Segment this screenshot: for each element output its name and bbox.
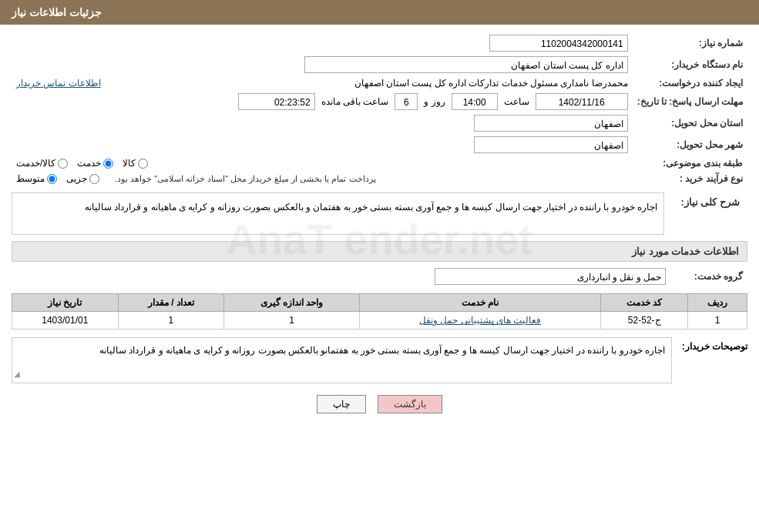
cell-tarikh: 1403/01/01 [12,312,119,330]
nam-dastgah-label: نام دستگاه خریدار: [633,54,747,75]
tabaqe-label: طبقه بندی موضوعی: [633,156,747,171]
col-tedad: تعداد / مقدار [118,294,223,312]
services-table: ردیف کد خدمت نام خدمت واحد اندازه گیری ت… [12,293,747,330]
nooe-description: پرداخت تمام یا بخشی از مبلغ خریداز محل "… [115,174,376,184]
page-wrapper: جزئیات اطلاعات نیاز AnaT ender.net شماره… [0,0,759,532]
col-vahed: واحد اندازه گیری [224,294,360,312]
mohlet-rooz-value: 6 [395,93,418,110]
mohlet-label: مهلت ارسال پاسخ: تا تاریخ: [633,91,747,112]
mohlet-rooz-label: روز و [424,96,445,107]
radio-jozii[interactable]: جزیی [66,173,99,184]
tosifat-value: اجاره خودرو با راننده در اختیار جهت ارسا… [99,345,665,356]
radio-kala-khedmat-input[interactable] [58,159,68,169]
cell-radif: 1 [688,312,747,330]
radio-motavasset-input[interactable] [47,174,57,184]
radio-kala-khedmat[interactable]: کالا/خدمت [16,158,68,169]
services-section: ردیف کد خدمت نام خدمت واحد اندازه گیری ت… [12,293,747,330]
page-header: جزئیات اطلاعات نیاز [0,0,759,25]
ostan-tahvil-value: اصفهان [474,115,628,132]
back-button[interactable]: بازگشت [378,395,442,413]
print-button[interactable]: چاپ [317,395,366,413]
radio-kala-label: کالا [123,158,136,169]
sharh-title: شرح کلی نیاز: [670,192,747,212]
cell-kod: ج-52-52 [601,312,688,330]
cell-tedad: 1 [118,312,223,330]
ijad-konande-value: محمدرضا نامداری مسئول خدمات تداركات ادار… [354,78,628,89]
radio-khedmat-input[interactable] [103,159,113,169]
tosifat-row: توصیحات خریدار: اجاره خودرو با راننده در… [12,337,747,383]
shomara-niaz-value: 1102004342000141 [489,35,628,52]
goroh-khedmat-value: حمل و نقل و انبارداری [435,268,666,285]
cell-name[interactable]: فعالیت های پشتیبانی حمل ونقل [360,312,601,330]
nam-dastgah-value: اداره کل پست استان اصفهان [304,56,628,73]
radio-kala-khedmat-label: کالا/خدمت [16,158,55,169]
mohlet-saat-label: ساعت [504,96,529,107]
table-row: 1 ج-52-52 فعالیت های پشتیبانی حمل ونقل 1… [12,312,747,330]
goroh-table: گروه خدمت: حمل و نقل و انبارداری [12,266,747,287]
goroh-khedmat-label: گروه خدمت: [670,266,747,287]
ostan-tahvil-label: استان محل تحویل: [633,112,747,134]
shahr-tahvil-value: اصفهان [474,136,628,153]
radio-jozii-label: جزیی [66,173,87,184]
resize-icon: ◢ [14,367,20,381]
tosifat-box: اجاره خودرو با راننده در اختیار جهت ارسا… [12,337,672,383]
tosifat-label: توصیحات خریدار: [678,337,747,352]
shahr-tahvil-label: شهر محل تحویل: [633,134,747,156]
content-area: AnaT ender.net شماره نیاز: 1102004342000… [0,25,759,429]
radio-kala-input[interactable] [138,159,148,169]
mohlet-saat2-value: 02:23:52 [238,93,315,110]
nooe-farayand-label: نوع فرآیند خرید : [633,171,747,186]
khadamat-section-title: اطلاعات خدمات مورد نیاز [12,241,747,262]
ijad-konande-label: ایجاد کننده درخواست: [633,75,747,91]
radio-jozii-input[interactable] [89,174,99,184]
col-name: نام خدمت [360,294,601,312]
page-title: جزئیات اطلاعات نیاز [12,6,102,18]
ettelaat-tamas-link[interactable]: اطلاعات تماس خریدار [16,78,101,89]
radio-kala[interactable]: کالا [123,158,148,169]
button-row: بازگشت چاپ [12,395,747,413]
cell-vahed: 1 [224,312,360,330]
col-radif: ردیف [688,294,747,312]
info-table: شماره نیاز: 1102004342000141 نام دستگاه … [12,32,747,186]
radio-motavasset-label: متوسط [16,173,45,184]
col-kod: کد خدمت [601,294,688,312]
radio-khedmat[interactable]: خدمت [77,158,113,169]
mohlet-date: 1402/11/16 [536,93,628,110]
sharh-row: شرح کلی نیاز: اجاره خودرو با راننده در ا… [12,192,747,235]
radio-khedmat-label: خدمت [77,158,101,169]
sharh-value: اجاره خودرو با راننده در اختیار جهت ارسا… [12,192,664,235]
mohlet-saat2-label: ساعت باقی مانده [321,96,389,107]
shomara-niaz-label: شماره نیاز: [633,32,747,54]
radio-motavasset[interactable]: متوسط [16,173,57,184]
mohlet-saat-value: 14:00 [452,93,498,110]
col-tarikh: تاریخ نیاز [12,294,119,312]
